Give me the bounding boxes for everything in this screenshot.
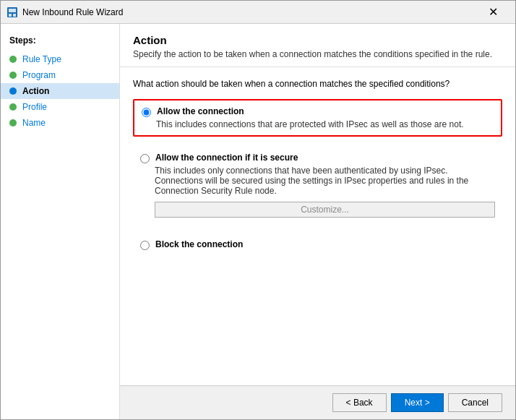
sidebar-label: Profile <box>22 102 47 112</box>
question-text: What action should be taken when a conne… <box>133 79 502 89</box>
window-icon <box>7 7 18 18</box>
cancel-button[interactable]: Cancel <box>448 393 502 412</box>
window-title: New Inbound Rule Wizard <box>22 7 476 17</box>
back-button[interactable]: < Back <box>332 393 387 412</box>
sidebar-item-name[interactable]: Name <box>1 115 119 131</box>
sidebar-title: Steps: <box>1 31 119 51</box>
step-dot <box>9 87 17 95</box>
footer: < Back Next > Cancel <box>120 385 515 419</box>
customize-button: Customize... <box>155 202 495 218</box>
option-block-row: Block the connection <box>140 239 495 250</box>
option-group: Allow the connection This includes conne… <box>133 99 502 256</box>
svg-rect-3 <box>13 14 16 17</box>
option-block-label[interactable]: Block the connection <box>155 239 243 249</box>
sidebar: Steps: Rule Type Program Action Profile … <box>1 24 120 419</box>
close-button[interactable]: ✕ <box>476 1 509 24</box>
option-secure-desc: This includes only connections that have… <box>155 166 495 196</box>
step-dot <box>9 103 17 111</box>
sidebar-label: Program <box>22 70 56 80</box>
step-dot <box>9 72 17 79</box>
sidebar-label: Name <box>22 118 46 128</box>
radio-block[interactable] <box>140 241 150 250</box>
content-area: Steps: Rule Type Program Action Profile … <box>1 24 515 419</box>
svg-rect-1 <box>9 9 16 12</box>
main-panel: Action Specify the action to be taken wh… <box>120 24 515 419</box>
wizard-window: New Inbound Rule Wizard ✕ Steps: Rule Ty… <box>0 0 516 420</box>
option-block: Block the connection <box>133 233 502 256</box>
option-allow-desc: This includes connections that are prote… <box>156 119 494 129</box>
option-allow-row: Allow the connection <box>142 106 494 117</box>
page-subtitle: Specify the action to be taken when a co… <box>133 49 502 59</box>
sidebar-label: Action <box>22 86 49 96</box>
sidebar-item-action[interactable]: Action <box>1 83 119 99</box>
page-title: Action <box>133 34 502 46</box>
step-dot <box>9 119 17 127</box>
title-bar: New Inbound Rule Wizard ✕ <box>1 1 515 24</box>
radio-allow-secure[interactable] <box>140 154 150 163</box>
sidebar-label: Rule Type <box>22 54 61 64</box>
step-dot <box>9 56 17 63</box>
page-body: What action should be taken when a conne… <box>120 67 515 385</box>
sidebar-item-program[interactable]: Program <box>1 67 119 83</box>
option-secure-row: Allow the connection if it is secure <box>140 153 495 163</box>
next-button[interactable]: Next > <box>391 393 444 412</box>
option-allow-connection: Allow the connection This includes conne… <box>133 99 502 137</box>
sidebar-item-profile[interactable]: Profile <box>1 99 119 115</box>
option-allow-label[interactable]: Allow the connection <box>157 106 244 116</box>
option-secure-label[interactable]: Allow the connection if it is secure <box>155 153 298 163</box>
option-allow-secure: Allow the connection if it is secure Thi… <box>133 147 502 223</box>
page-header: Action Specify the action to be taken wh… <box>120 24 515 67</box>
sidebar-item-rule-type[interactable]: Rule Type <box>1 51 119 67</box>
svg-rect-2 <box>9 14 12 17</box>
radio-allow[interactable] <box>142 108 151 117</box>
